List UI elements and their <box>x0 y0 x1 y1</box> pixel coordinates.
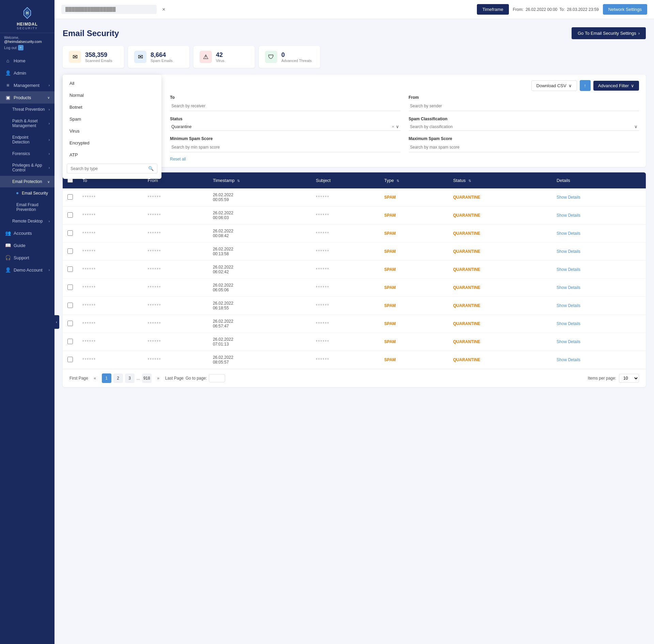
dropdown-option-all[interactable]: All <box>63 77 161 89</box>
row-checkbox-cell[interactable] <box>63 351 78 369</box>
row-checkbox-cell[interactable] <box>63 315 78 333</box>
timeframe-btn[interactable]: Timeframe <box>477 4 509 15</box>
row-checkbox-cell[interactable] <box>63 243 78 261</box>
from-input[interactable] <box>409 101 639 111</box>
export-icon-btn[interactable]: ↑ <box>580 80 591 91</box>
row-checkbox[interactable] <box>67 285 73 290</box>
sidebar-item-demo[interactable]: 👤 Demo Account › <box>0 264 54 276</box>
sidebar-item-email-fraud[interactable]: Email Fraud Prevention <box>0 199 54 215</box>
sidebar-item-guide[interactable]: 📖 Guide <box>0 239 54 251</box>
row-details-cell[interactable]: Show Details <box>552 243 646 261</box>
sidebar-collapse-btn[interactable]: ‹ <box>54 315 59 329</box>
sidebar-item-management[interactable]: ≡ Management › <box>0 79 54 91</box>
logout-btn[interactable]: Log out + <box>4 45 50 50</box>
show-details-link[interactable]: Show Details <box>557 321 580 326</box>
row-checkbox[interactable] <box>67 212 73 218</box>
spam-class-chevron-icon[interactable]: ∨ <box>634 124 638 129</box>
sidebar-item-support[interactable]: 🎧 Support <box>0 251 54 264</box>
col-status[interactable]: Status ⇅ <box>448 172 552 188</box>
row-to: ****** <box>78 225 143 243</box>
dropdown-option-atp[interactable]: ATP <box>63 149 161 161</box>
sidebar-item-privileges[interactable]: Privileges & App Control › <box>0 159 54 176</box>
filter-grid: To From Status × ∨ Spam Classificat <box>170 95 639 152</box>
show-details-link[interactable]: Show Details <box>557 249 580 254</box>
prev-page-btn[interactable]: « <box>90 373 100 383</box>
advanced-filter-btn[interactable]: Advanced Filter ∨ <box>593 81 639 91</box>
show-details-link[interactable]: Show Details <box>557 357 580 362</box>
col-timestamp[interactable]: Timestamp ⇅ <box>208 172 311 188</box>
sidebar-item-threat-prevention[interactable]: Threat Prevention › <box>0 104 54 115</box>
reset-all-btn[interactable]: Reset all <box>170 157 186 162</box>
dropdown-option-botnet[interactable]: Botnet <box>63 101 161 113</box>
sidebar-item-products[interactable]: ▣ Products ∨ <box>0 91 54 104</box>
sidebar-item-remote-desktop[interactable]: Remote Desktop › <box>0 215 54 227</box>
status-input[interactable] <box>171 124 390 129</box>
max-spam-input[interactable] <box>409 142 639 152</box>
row-checkbox[interactable] <box>67 266 73 272</box>
page-918-btn[interactable]: 918 <box>142 373 152 383</box>
page-2-btn[interactable]: 2 <box>113 373 123 383</box>
show-details-link[interactable]: Show Details <box>557 267 580 272</box>
row-checkbox-cell[interactable] <box>63 225 78 243</box>
row-details-cell[interactable]: Show Details <box>552 315 646 333</box>
col-type[interactable]: Type ⇅ <box>379 172 448 188</box>
topbar-close-btn[interactable]: × <box>162 6 165 13</box>
row-details-cell[interactable]: Show Details <box>552 225 646 243</box>
dropdown-search-input[interactable] <box>71 166 148 171</box>
sidebar-item-email-security[interactable]: Email Security <box>0 187 54 199</box>
download-csv-btn[interactable]: Download CSV ∨ <box>531 80 577 91</box>
spam-class-input[interactable] <box>410 124 635 129</box>
dropdown-option-virus[interactable]: Virus <box>63 125 161 137</box>
row-checkbox[interactable] <box>67 303 73 308</box>
dropdown-option-encrypted[interactable]: Encrypted <box>63 137 161 149</box>
status-chevron-icon[interactable]: ∨ <box>396 124 399 129</box>
row-checkbox-cell[interactable] <box>63 333 78 351</box>
sidebar-item-email-protection[interactable]: Email Protection ∨ <box>0 176 54 187</box>
row-checkbox[interactable] <box>67 339 73 344</box>
row-checkbox[interactable] <box>67 194 73 200</box>
row-checkbox-cell[interactable] <box>63 279 78 297</box>
sidebar-item-endpoint[interactable]: Endpoint Detection › <box>0 132 54 148</box>
per-page-select[interactable]: 10 25 50 100 <box>619 374 639 383</box>
row-checkbox[interactable] <box>67 248 73 254</box>
sidebar-item-forensics[interactable]: Forensics › <box>0 148 54 159</box>
row-checkbox[interactable] <box>67 357 73 362</box>
status-clear-btn[interactable]: × <box>392 124 394 129</box>
show-details-link[interactable]: Show Details <box>557 195 580 200</box>
row-checkbox[interactable] <box>67 321 73 326</box>
row-checkbox-cell[interactable] <box>63 297 78 315</box>
row-checkbox-cell[interactable] <box>63 206 78 225</box>
show-details-link[interactable]: Show Details <box>557 213 580 218</box>
sidebar-item-patch-asset[interactable]: Patch & Asset Management › <box>0 115 54 132</box>
row-details-cell[interactable]: Show Details <box>552 333 646 351</box>
email-security-settings-btn[interactable]: Go To Email Security Settings › <box>572 27 646 39</box>
page-3-btn[interactable]: 3 <box>125 373 135 383</box>
network-settings-btn[interactable]: Network Settings <box>603 4 647 15</box>
row-checkbox-cell[interactable] <box>63 261 78 279</box>
show-details-link[interactable]: Show Details <box>557 303 580 308</box>
dropdown-option-spam[interactable]: Spam <box>63 113 161 125</box>
row-details-cell[interactable]: Show Details <box>552 261 646 279</box>
table-row: ****** ****** 26.02.2022 00:13:58 ******… <box>63 243 646 261</box>
sidebar-item-admin[interactable]: 👤 Admin <box>0 67 54 79</box>
page-1-btn[interactable]: 1 <box>102 373 111 383</box>
goto-page-input[interactable] <box>209 374 225 382</box>
chevron-right-icon: › <box>49 219 50 223</box>
row-details-cell[interactable]: Show Details <box>552 279 646 297</box>
row-details-cell[interactable]: Show Details <box>552 297 646 315</box>
row-checkbox-cell[interactable] <box>63 188 78 206</box>
dropdown-option-normal[interactable]: Normal <box>63 89 161 101</box>
show-details-link[interactable]: Show Details <box>557 231 580 236</box>
next-page-btn[interactable]: » <box>154 373 163 383</box>
row-details-cell[interactable]: Show Details <box>552 188 646 206</box>
sidebar-item-accounts[interactable]: 👥 Accounts <box>0 227 54 239</box>
row-details-cell[interactable]: Show Details <box>552 351 646 369</box>
sidebar-item-home[interactable]: ⌂ Home <box>0 55 54 67</box>
show-details-link[interactable]: Show Details <box>557 285 580 290</box>
to-input[interactable] <box>170 101 401 111</box>
show-details-link[interactable]: Show Details <box>557 339 580 344</box>
row-checkbox[interactable] <box>67 230 73 236</box>
row-details-cell[interactable]: Show Details <box>552 206 646 225</box>
topbar-search-input[interactable] <box>61 5 157 14</box>
min-spam-input[interactable] <box>170 142 401 152</box>
